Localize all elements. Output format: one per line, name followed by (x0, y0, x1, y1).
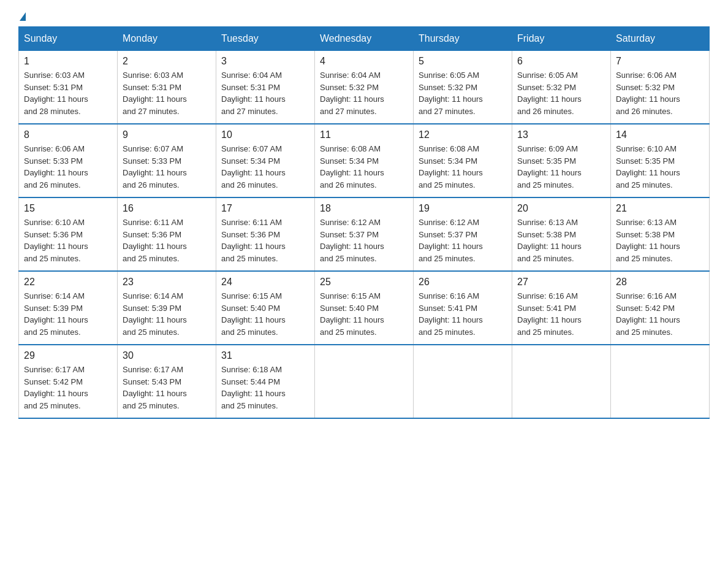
calendar-cell: 29 Sunrise: 6:17 AM Sunset: 5:42 PM Dayl… (19, 345, 118, 418)
day-info: Sunrise: 6:10 AM Sunset: 5:36 PM Dayligh… (24, 216, 112, 264)
calendar-cell: 28 Sunrise: 6:16 AM Sunset: 5:42 PM Dayl… (611, 271, 710, 345)
day-info: Sunrise: 6:12 AM Sunset: 5:37 PM Dayligh… (419, 216, 507, 264)
calendar-cell: 22 Sunrise: 6:14 AM Sunset: 5:39 PM Dayl… (19, 271, 118, 345)
day-number: 11 (320, 129, 408, 140)
page-header (18, 12, 710, 20)
day-number: 31 (221, 350, 309, 361)
day-number: 12 (419, 129, 507, 140)
calendar-header-sunday: Sunday (19, 27, 118, 51)
calendar-cell: 11 Sunrise: 6:08 AM Sunset: 5:34 PM Dayl… (315, 124, 414, 197)
day-number: 9 (123, 129, 211, 140)
calendar-cell: 24 Sunrise: 6:15 AM Sunset: 5:40 PM Dayl… (216, 271, 315, 345)
calendar-cell: 27 Sunrise: 6:16 AM Sunset: 5:41 PM Dayl… (512, 271, 611, 345)
calendar-week-row: 15 Sunrise: 6:10 AM Sunset: 5:36 PM Dayl… (19, 197, 710, 271)
day-number: 23 (123, 277, 211, 288)
day-number: 2 (123, 56, 211, 67)
day-number: 24 (221, 277, 309, 288)
calendar-cell: 31 Sunrise: 6:18 AM Sunset: 5:44 PM Dayl… (216, 345, 315, 418)
calendar-cell: 2 Sunrise: 6:03 AM Sunset: 5:31 PM Dayli… (118, 51, 216, 124)
day-number: 17 (221, 203, 309, 214)
day-info: Sunrise: 6:14 AM Sunset: 5:39 PM Dayligh… (123, 290, 211, 338)
calendar-cell (611, 345, 710, 418)
day-info: Sunrise: 6:11 AM Sunset: 5:36 PM Dayligh… (123, 216, 211, 264)
day-number: 27 (517, 277, 605, 288)
calendar-cell: 5 Sunrise: 6:05 AM Sunset: 5:32 PM Dayli… (414, 51, 512, 124)
calendar-cell: 15 Sunrise: 6:10 AM Sunset: 5:36 PM Dayl… (19, 197, 118, 271)
day-info: Sunrise: 6:18 AM Sunset: 5:44 PM Dayligh… (221, 364, 309, 412)
day-number: 26 (419, 277, 507, 288)
day-number: 20 (517, 203, 605, 214)
calendar-cell: 4 Sunrise: 6:04 AM Sunset: 5:32 PM Dayli… (315, 51, 414, 124)
calendar-cell: 10 Sunrise: 6:07 AM Sunset: 5:34 PM Dayl… (216, 124, 315, 197)
calendar-week-row: 22 Sunrise: 6:14 AM Sunset: 5:39 PM Dayl… (19, 271, 710, 345)
day-number: 6 (517, 56, 605, 67)
calendar-header-monday: Monday (118, 27, 216, 51)
day-info: Sunrise: 6:08 AM Sunset: 5:34 PM Dayligh… (419, 143, 507, 191)
logo (18, 12, 26, 20)
calendar-cell: 23 Sunrise: 6:14 AM Sunset: 5:39 PM Dayl… (118, 271, 216, 345)
day-number: 14 (616, 129, 704, 140)
day-info: Sunrise: 6:14 AM Sunset: 5:39 PM Dayligh… (24, 290, 112, 338)
calendar-cell: 21 Sunrise: 6:13 AM Sunset: 5:38 PM Dayl… (611, 197, 710, 271)
calendar-week-row: 29 Sunrise: 6:17 AM Sunset: 5:42 PM Dayl… (19, 345, 710, 418)
day-info: Sunrise: 6:11 AM Sunset: 5:36 PM Dayligh… (221, 216, 309, 264)
day-number: 19 (419, 203, 507, 214)
day-number: 7 (616, 56, 704, 67)
day-info: Sunrise: 6:07 AM Sunset: 5:34 PM Dayligh… (221, 143, 309, 191)
day-info: Sunrise: 6:12 AM Sunset: 5:37 PM Dayligh… (320, 216, 408, 264)
day-info: Sunrise: 6:16 AM Sunset: 5:41 PM Dayligh… (517, 290, 605, 338)
calendar-cell: 16 Sunrise: 6:11 AM Sunset: 5:36 PM Dayl… (118, 197, 216, 271)
day-number: 4 (320, 56, 408, 67)
calendar-cell: 26 Sunrise: 6:16 AM Sunset: 5:41 PM Dayl… (414, 271, 512, 345)
calendar-week-row: 1 Sunrise: 6:03 AM Sunset: 5:31 PM Dayli… (19, 51, 710, 124)
calendar-cell: 13 Sunrise: 6:09 AM Sunset: 5:35 PM Dayl… (512, 124, 611, 197)
calendar-cell: 14 Sunrise: 6:10 AM Sunset: 5:35 PM Dayl… (611, 124, 710, 197)
day-number: 28 (616, 277, 704, 288)
day-number: 29 (24, 350, 112, 361)
day-info: Sunrise: 6:13 AM Sunset: 5:38 PM Dayligh… (616, 216, 704, 264)
day-number: 8 (24, 129, 112, 140)
calendar-cell: 12 Sunrise: 6:08 AM Sunset: 5:34 PM Dayl… (414, 124, 512, 197)
day-number: 10 (221, 129, 309, 140)
calendar-cell: 6 Sunrise: 6:05 AM Sunset: 5:32 PM Dayli… (512, 51, 611, 124)
calendar-header-friday: Friday (512, 27, 611, 51)
day-number: 13 (517, 129, 605, 140)
day-info: Sunrise: 6:04 AM Sunset: 5:32 PM Dayligh… (320, 69, 408, 117)
day-number: 16 (123, 203, 211, 214)
day-info: Sunrise: 6:03 AM Sunset: 5:31 PM Dayligh… (123, 69, 211, 117)
day-number: 21 (616, 203, 704, 214)
calendar-header-saturday: Saturday (611, 27, 710, 51)
calendar-header-tuesday: Tuesday (216, 27, 315, 51)
day-number: 18 (320, 203, 408, 214)
day-info: Sunrise: 6:16 AM Sunset: 5:41 PM Dayligh… (419, 290, 507, 338)
calendar-cell: 30 Sunrise: 6:17 AM Sunset: 5:43 PM Dayl… (118, 345, 216, 418)
day-info: Sunrise: 6:07 AM Sunset: 5:33 PM Dayligh… (123, 143, 211, 191)
day-number: 25 (320, 277, 408, 288)
day-info: Sunrise: 6:08 AM Sunset: 5:34 PM Dayligh… (320, 143, 408, 191)
calendar-cell: 7 Sunrise: 6:06 AM Sunset: 5:32 PM Dayli… (611, 51, 710, 124)
calendar-cell (414, 345, 512, 418)
calendar-table: SundayMondayTuesdayWednesdayThursdayFrid… (18, 26, 710, 419)
calendar-cell: 18 Sunrise: 6:12 AM Sunset: 5:37 PM Dayl… (315, 197, 414, 271)
calendar-cell (315, 345, 414, 418)
calendar-week-row: 8 Sunrise: 6:06 AM Sunset: 5:33 PM Dayli… (19, 124, 710, 197)
calendar-cell: 8 Sunrise: 6:06 AM Sunset: 5:33 PM Dayli… (19, 124, 118, 197)
day-number: 15 (24, 203, 112, 214)
day-info: Sunrise: 6:10 AM Sunset: 5:35 PM Dayligh… (616, 143, 704, 191)
calendar-cell: 3 Sunrise: 6:04 AM Sunset: 5:31 PM Dayli… (216, 51, 315, 124)
day-info: Sunrise: 6:06 AM Sunset: 5:33 PM Dayligh… (24, 143, 112, 191)
calendar-cell: 9 Sunrise: 6:07 AM Sunset: 5:33 PM Dayli… (118, 124, 216, 197)
calendar-cell: 19 Sunrise: 6:12 AM Sunset: 5:37 PM Dayl… (414, 197, 512, 271)
calendar-cell: 17 Sunrise: 6:11 AM Sunset: 5:36 PM Dayl… (216, 197, 315, 271)
calendar-header-row: SundayMondayTuesdayWednesdayThursdayFrid… (19, 27, 710, 51)
day-info: Sunrise: 6:03 AM Sunset: 5:31 PM Dayligh… (24, 69, 112, 117)
calendar-header-wednesday: Wednesday (315, 27, 414, 51)
day-info: Sunrise: 6:15 AM Sunset: 5:40 PM Dayligh… (320, 290, 408, 338)
calendar-cell: 20 Sunrise: 6:13 AM Sunset: 5:38 PM Dayl… (512, 197, 611, 271)
day-info: Sunrise: 6:04 AM Sunset: 5:31 PM Dayligh… (221, 69, 309, 117)
day-number: 3 (221, 56, 309, 67)
day-info: Sunrise: 6:05 AM Sunset: 5:32 PM Dayligh… (517, 69, 605, 117)
day-number: 30 (123, 350, 211, 361)
day-number: 22 (24, 277, 112, 288)
calendar-cell (512, 345, 611, 418)
